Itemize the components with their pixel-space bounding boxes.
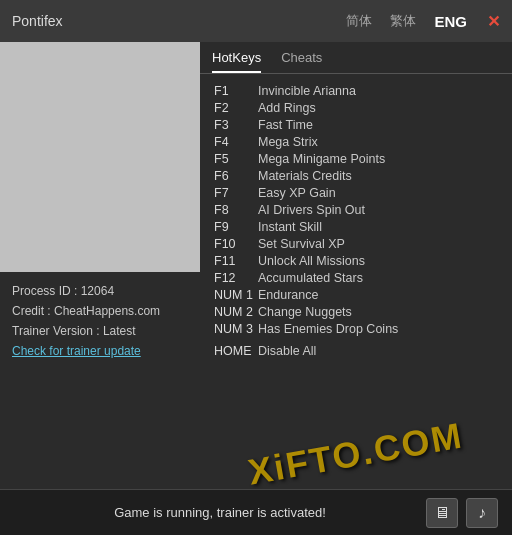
hotkey-item: NUM 2Change Nuggets	[214, 305, 498, 319]
hotkey-description: Change Nuggets	[258, 305, 352, 319]
hotkey-description: Materials Credits	[258, 169, 352, 183]
hotkey-key: F3	[214, 118, 258, 132]
credit-label: Credit :	[12, 304, 51, 318]
hotkey-key: NUM 3	[214, 322, 258, 336]
hotkey-description: AI Drivers Spin Out	[258, 203, 365, 217]
hotkey-key: NUM 2	[214, 305, 258, 319]
title-bar-left: Pontifex	[12, 13, 342, 29]
hotkey-key: NUM 1	[214, 288, 258, 302]
hotkey-description: Mega Strix	[258, 135, 318, 149]
hotkey-key: F6	[214, 169, 258, 183]
hotkey-item: F11Unlock All Missions	[214, 254, 498, 268]
hotkey-key: F7	[214, 186, 258, 200]
hotkey-description: Instant Skill	[258, 220, 322, 234]
game-image	[0, 42, 200, 272]
hotkey-item: F4Mega Strix	[214, 135, 498, 149]
monitor-icon-button[interactable]: 🖥	[426, 498, 458, 528]
trainer-version-label: Trainer Version : Latest	[12, 324, 136, 338]
hotkey-item: HOMEDisable All	[214, 344, 498, 358]
trainer-link-row: Check for trainer update	[12, 344, 188, 358]
hotkey-item: NUM 3Has Enemies Drop Coins	[214, 322, 498, 336]
hotkey-item: F9Instant Skill	[214, 220, 498, 234]
hotkey-description: Add Rings	[258, 101, 316, 115]
app-title: Pontifex	[12, 13, 63, 29]
tab-hotkeys[interactable]: HotKeys	[212, 50, 261, 73]
hotkey-item: NUM 1Endurance	[214, 288, 498, 302]
tab-cheats[interactable]: Cheats	[281, 50, 322, 73]
hotkey-description: Easy XP Gain	[258, 186, 336, 200]
trainer-update-link[interactable]: Check for trainer update	[12, 344, 141, 358]
hotkey-item: F3Fast Time	[214, 118, 498, 132]
hotkey-key: F12	[214, 271, 258, 285]
hotkey-description: Accumulated Stars	[258, 271, 363, 285]
title-bar: Pontifex 简体 繁体 ENG ✕	[0, 0, 512, 42]
hotkey-key: F4	[214, 135, 258, 149]
hotkey-description: Mega Minigame Points	[258, 152, 385, 166]
hotkey-description: Has Enemies Drop Coins	[258, 322, 398, 336]
hotkey-key: HOME	[214, 344, 258, 358]
hotkey-description: Invincible Arianna	[258, 84, 356, 98]
right-panel: HotKeys Cheats F1Invincible AriannaF2Add…	[200, 42, 512, 489]
hotkey-key: F8	[214, 203, 258, 217]
status-icons: 🖥 ♪	[426, 498, 498, 528]
main-content: Process ID : 12064 Credit : CheatHappens…	[0, 42, 512, 489]
status-bar: Game is running, trainer is activated! 🖥…	[0, 489, 512, 535]
music-icon-button[interactable]: ♪	[466, 498, 498, 528]
hotkey-description: Endurance	[258, 288, 318, 302]
hotkey-description: Disable All	[258, 344, 316, 358]
credit-value: CheatHappens.com	[54, 304, 160, 318]
hotkey-key: F11	[214, 254, 258, 268]
process-id-label: Process ID : 12064	[12, 284, 114, 298]
credit-row: Credit : CheatHappens.com	[12, 304, 188, 318]
hotkey-item: F2Add Rings	[214, 101, 498, 115]
hotkey-item: F7Easy XP Gain	[214, 186, 498, 200]
hotkey-description: Fast Time	[258, 118, 313, 132]
trainer-version-row: Trainer Version : Latest	[12, 324, 188, 338]
tabs-bar: HotKeys Cheats	[200, 42, 512, 74]
info-panel: Process ID : 12064 Credit : CheatHappens…	[0, 272, 200, 489]
hotkey-description: Set Survival XP	[258, 237, 345, 251]
hotkey-item: F8AI Drivers Spin Out	[214, 203, 498, 217]
lang-simplified[interactable]: 简体	[342, 10, 376, 32]
hotkey-item: F12Accumulated Stars	[214, 271, 498, 285]
hotkey-item: F6Materials Credits	[214, 169, 498, 183]
hotkey-key: F10	[214, 237, 258, 251]
lang-traditional[interactable]: 繁体	[386, 10, 420, 32]
status-message: Game is running, trainer is activated!	[14, 505, 426, 520]
hotkey-key: F5	[214, 152, 258, 166]
left-panel: Process ID : 12064 Credit : CheatHappens…	[0, 42, 200, 489]
monitor-icon: 🖥	[434, 504, 450, 522]
hotkey-item: F10Set Survival XP	[214, 237, 498, 251]
hotkey-description: Unlock All Missions	[258, 254, 365, 268]
hotkey-item: F5Mega Minigame Points	[214, 152, 498, 166]
hotkey-item: F1Invincible Arianna	[214, 84, 498, 98]
hotkey-key: F9	[214, 220, 258, 234]
close-button[interactable]: ✕	[487, 12, 500, 31]
hotkey-key: F2	[214, 101, 258, 115]
lang-english[interactable]: ENG	[430, 11, 471, 32]
hotkeys-list: F1Invincible AriannaF2Add RingsF3Fast Ti…	[200, 74, 512, 489]
language-buttons: 简体 繁体 ENG ✕	[342, 10, 500, 32]
music-icon: ♪	[478, 504, 486, 522]
hotkey-key: F1	[214, 84, 258, 98]
process-id-row: Process ID : 12064	[12, 284, 188, 298]
